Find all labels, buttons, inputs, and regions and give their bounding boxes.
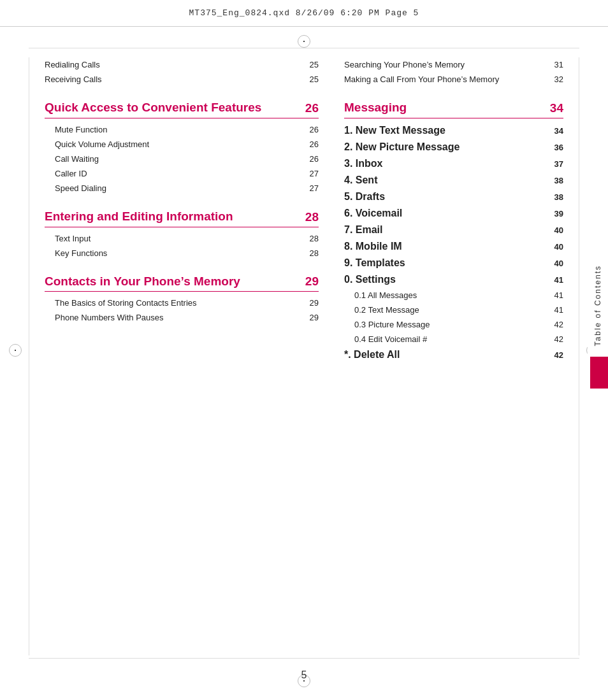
section1-entries: Mute Function 26 Quick Volume Adjustment… (45, 122, 319, 196)
messaging-entries: 1. New Text Message 34 2. New Picture Me… (344, 122, 563, 363)
margin-line-right (579, 57, 579, 655)
reg-mark-left (9, 344, 22, 357)
toc-settings: 0. Settings 41 (344, 271, 563, 288)
toc-speed-dialing: Speed Dialing 27 (55, 181, 319, 196)
section1-page: 26 (305, 101, 319, 115)
messaging-header-row: Messaging 34 (344, 94, 563, 118)
section1-title: Quick Access to Convenient Features (45, 101, 261, 115)
toc-new-text: 1. New Text Message 34 (344, 122, 563, 139)
section1-header-row: Quick Access to Convenient Features 26 (45, 94, 319, 118)
toc-call-waiting: Call Waiting 26 (55, 152, 319, 166)
col-left: Redialing Calls 25 Receiving Calls 25 Qu… (45, 57, 319, 649)
toc-picture-message: 0.3 Picture Message 42 (354, 317, 563, 332)
toc-entry-redialing: Redialing Calls 25 (45, 57, 319, 72)
col-right: Searching Your Phone’s Memory 31 Making … (344, 57, 563, 649)
reg-mark-top (298, 35, 310, 48)
page-number: 5 (301, 669, 307, 681)
main-content: Redialing Calls 25 Receiving Calls 25 Qu… (45, 57, 563, 649)
section2-page: 28 (305, 210, 319, 224)
header-text: MT375_Eng_0824.qxd 8/26/09 6:20 PM Page … (189, 8, 419, 18)
toc-caller-id: Caller ID 27 (55, 166, 319, 181)
toc-entry-receiving: Receiving Calls 25 (45, 72, 319, 87)
toc-text-input: Text Input 28 (55, 231, 319, 246)
section2-title: Entering and Editing Information (45, 210, 233, 224)
toc-mobile-im: 8. Mobile IM 40 (344, 238, 563, 255)
messaging-title: Messaging (344, 101, 407, 115)
side-label-text: Table of Contents (593, 265, 602, 346)
toc-new-picture: 2. New Picture Message 36 (344, 139, 563, 155)
section2-entries: Text Input 28 Key Functions 28 (45, 231, 319, 261)
margin-line-bottom (29, 658, 579, 659)
toc-text-message: 0.2 Text Message 41 (354, 303, 563, 317)
toc-phone-numbers: Phone Numbers With Pauses 29 (55, 310, 319, 325)
settings-sub-entries: 0.1 All Messages 41 0.2 Text Message 41 … (344, 288, 563, 346)
toc-edit-voicemail: 0.4 Edit Voicemail # 42 (354, 332, 563, 346)
margin-line-top (29, 48, 579, 48)
toc-all-messages: 0.1 All Messages 41 (354, 288, 563, 303)
toc-email: 7. Email 40 (344, 222, 563, 238)
toc-templates: 9. Templates 40 (344, 255, 563, 271)
toc-delete-all: *. Delete All 42 (344, 346, 563, 363)
toc-mute: Mute Function 26 (55, 122, 319, 137)
section2-header-row: Entering and Editing Information 28 (45, 203, 319, 227)
toc-searching: Searching Your Phone’s Memory 31 (344, 57, 563, 72)
section3-page: 29 (305, 275, 319, 289)
toc-key-functions: Key Functions 28 (55, 246, 319, 261)
toc-sent: 4. Sent 38 (344, 172, 563, 189)
toc-basics: The Basics of Storing Contacts Entries 2… (55, 296, 319, 310)
section3-entries: The Basics of Storing Contacts Entries 2… (45, 296, 319, 325)
side-label: Table of Contents (588, 255, 608, 357)
margin-line-left (29, 57, 29, 655)
toc-volume: Quick Volume Adjustment 26 (55, 137, 319, 152)
toc-drafts: 5. Drafts 38 (344, 189, 563, 205)
toc-voicemail: 6. Voicemail 39 (344, 205, 563, 222)
section3-title: Contacts in Your Phone’s Memory (45, 275, 240, 289)
side-tab (590, 357, 608, 389)
header-bar: MT375_Eng_0824.qxd 8/26/09 6:20 PM Page … (0, 0, 608, 27)
toc-making-call: Making a Call From Your Phone’s Memory 3… (344, 72, 563, 87)
messaging-page: 34 (550, 101, 563, 115)
section3-header-row: Contacts in Your Phone’s Memory 29 (45, 268, 319, 292)
toc-inbox: 3. Inbox 37 (344, 155, 563, 172)
